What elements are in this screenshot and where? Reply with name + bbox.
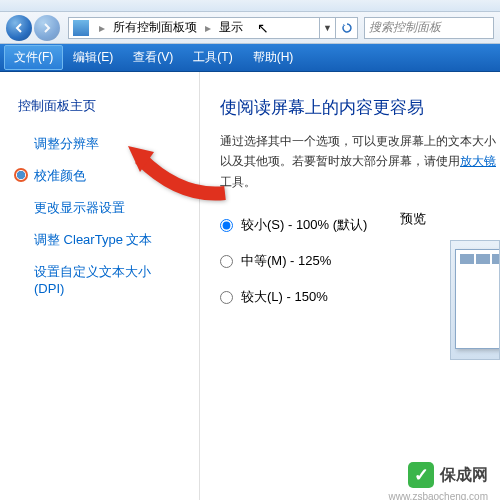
radio-small[interactable] xyxy=(220,219,233,232)
preview-box xyxy=(450,240,500,360)
control-panel-icon xyxy=(73,20,89,36)
page-description: 通过选择其中一个选项，可以更改屏幕上的文本大小以及其他项。若要暂时放大部分屏幕，… xyxy=(220,131,500,192)
watermark-url: www.zsbaocheng.com xyxy=(389,491,489,500)
breadcrumb-all-items[interactable]: 所有控制面板项 xyxy=(109,19,201,36)
chevron-right-icon: ▸ xyxy=(201,21,215,35)
sidebar-dpi[interactable]: 设置自定义文本大小(DPI) xyxy=(14,256,185,303)
chevron-right-icon: ▸ xyxy=(95,21,109,35)
sidebar-calibrate[interactable]: 校准颜色 xyxy=(14,160,185,192)
address-dropdown[interactable]: ▼ xyxy=(320,17,336,39)
search-input[interactable]: 搜索控制面板 xyxy=(364,17,494,39)
sidebar-home[interactable]: 控制面板主页 xyxy=(14,90,185,122)
menu-file[interactable]: 文件(F) xyxy=(4,45,63,70)
sidebar: 控制面板主页 调整分辨率 校准颜色 更改显示器设置 调整 ClearType 文… xyxy=(0,72,200,500)
nav-back-button[interactable] xyxy=(6,15,32,41)
preview-label: 预览 xyxy=(400,210,426,228)
menu-tools[interactable]: 工具(T) xyxy=(183,45,242,70)
menu-view[interactable]: 查看(V) xyxy=(123,45,183,70)
nav-forward-button[interactable] xyxy=(34,15,60,41)
menu-bar: 文件(F) 编辑(E) 查看(V) 工具(T) 帮助(H) xyxy=(0,44,500,72)
watermark: ✓ 保成网 xyxy=(408,462,488,488)
radio-large[interactable] xyxy=(220,291,233,304)
breadcrumb[interactable]: ▸ 所有控制面板项 ▸ 显示 ↖ xyxy=(68,17,320,39)
sidebar-monitor[interactable]: 更改显示器设置 xyxy=(14,192,185,224)
search-placeholder: 搜索控制面板 xyxy=(369,19,441,36)
sidebar-resolution[interactable]: 调整分辨率 xyxy=(14,128,185,160)
page-title: 使阅读屏幕上的内容更容易 xyxy=(220,96,500,119)
refresh-button[interactable] xyxy=(336,17,358,39)
cursor-icon: ↖ xyxy=(257,20,269,36)
breadcrumb-display[interactable]: 显示 xyxy=(215,19,247,36)
option-small[interactable]: 较小(S) - 100% (默认) xyxy=(220,216,500,234)
window-titlebar xyxy=(0,0,500,12)
shield-icon xyxy=(14,168,28,182)
sidebar-cleartype[interactable]: 调整 ClearType 文本 xyxy=(14,224,185,256)
address-bar: ▸ 所有控制面板项 ▸ 显示 ↖ ▼ 搜索控制面板 xyxy=(0,12,500,44)
watermark-icon: ✓ xyxy=(408,462,434,488)
watermark-text: 保成网 xyxy=(440,465,488,486)
magnifier-link[interactable]: 放大镜 xyxy=(460,154,496,168)
menu-help[interactable]: 帮助(H) xyxy=(243,45,304,70)
menu-edit[interactable]: 编辑(E) xyxy=(63,45,123,70)
radio-medium[interactable] xyxy=(220,255,233,268)
